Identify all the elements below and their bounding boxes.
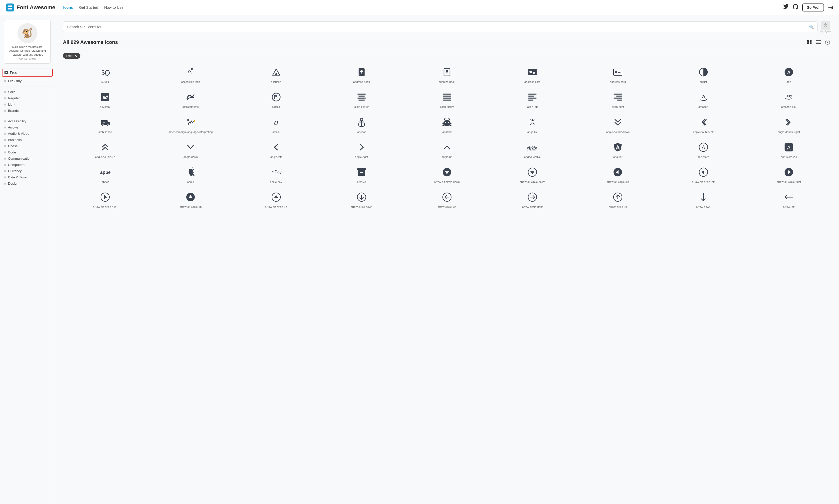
- cat-currency[interactable]: Currency: [0, 168, 55, 174]
- icon-angular[interactable]: angular: [576, 138, 660, 162]
- svg-rect-42: [357, 97, 366, 98]
- icon-algolia[interactable]: algolia: [234, 88, 318, 111]
- icon-amazon-pay[interactable]: pay amazon-pay: [747, 88, 831, 111]
- info-button[interactable]: [824, 39, 831, 46]
- free-filter-badge[interactable]: Free ✕: [63, 53, 81, 59]
- icon-apper[interactable]: apper apper: [63, 163, 147, 187]
- icon-angle-double-down[interactable]: angle-double-down: [576, 113, 660, 137]
- style-solid[interactable]: Solid: [0, 89, 55, 95]
- svg-point-66: [360, 118, 363, 121]
- icon-accessible[interactable]: accessible-icon: [148, 62, 233, 87]
- icon-app-store[interactable]: A app-store: [661, 138, 746, 162]
- svg-line-81: [530, 120, 531, 121]
- style-light[interactable]: Light: [0, 101, 55, 108]
- icon-arrow-alt-circle-up-2-glyph: [272, 192, 281, 203]
- svg-rect-49: [528, 95, 534, 96]
- nav-get-started[interactable]: Get Started: [79, 5, 98, 10]
- icon-apple-pay[interactable]: Pay apple-pay: [234, 163, 318, 187]
- icon-arrow-circle-down-glyph: [357, 192, 366, 203]
- icon-arrow-alt-circle-left-1[interactable]: arrow-alt-circle-left: [576, 163, 660, 187]
- cat-design[interactable]: Design: [0, 180, 55, 187]
- nav-icons[interactable]: Icons: [63, 5, 73, 10]
- cat-chess[interactable]: Chess: [0, 143, 55, 149]
- nav-how-to-use[interactable]: How to Use: [104, 5, 124, 10]
- icon-arrow-alt-circle-right-2[interactable]: arrow-alt-circle-right: [63, 187, 147, 212]
- icon-anchor[interactable]: anchor: [319, 113, 404, 137]
- icon-align-left[interactable]: align-left: [490, 88, 575, 111]
- icon-angle-double-up[interactable]: angle-double-up: [63, 138, 147, 162]
- icon-arrow-down[interactable]: arrow-down: [661, 187, 746, 212]
- icon-arrow-alt-circle-right[interactable]: arrow-alt-circle-right: [747, 163, 831, 187]
- icon-arrow-alt-circle-left-2[interactable]: arrow-alt-circle-left: [661, 163, 746, 187]
- icon-adn[interactable]: A adn: [747, 62, 831, 87]
- icon-arrow-circle-up[interactable]: arrow-circle-up: [576, 187, 660, 212]
- icon-adjust-label: adjust: [700, 80, 707, 84]
- icon-amilia[interactable]: a amilia: [234, 113, 318, 137]
- icon-archive-glyph: [357, 167, 366, 178]
- icon-archive[interactable]: archive: [319, 163, 404, 187]
- icon-affiliatetheme[interactable]: affiliatetheme: [148, 88, 233, 111]
- icon-apple[interactable]: apple: [148, 163, 233, 187]
- icon-arrow-circle-left[interactable]: arrow-circle-left: [405, 187, 489, 212]
- icon-align-justify[interactable]: align-justify: [405, 88, 489, 111]
- icon-arrow-left[interactable]: arrow-left: [747, 187, 831, 212]
- icon-angle-right[interactable]: angle-right: [319, 138, 404, 162]
- cat-computers[interactable]: Computers: [0, 162, 55, 168]
- icon-arrow-alt-circle-down-1[interactable]: arrow-alt-circle-down: [405, 163, 489, 187]
- icons-divider: [63, 49, 831, 49]
- cat-accessibility[interactable]: Accessibility: [0, 118, 55, 124]
- cat-communication[interactable]: Communication: [0, 156, 55, 162]
- computers-label: Computers: [8, 163, 24, 167]
- icon-angle-down[interactable]: angle-down: [148, 138, 233, 162]
- icon-align-center[interactable]: align-center: [319, 88, 404, 111]
- icon-android[interactable]: android: [405, 113, 489, 137]
- icon-address-card-1[interactable]: address-card: [490, 62, 575, 87]
- icon-asl-interpreting[interactable]: ✌ american-sign-language-interpreting: [148, 113, 233, 137]
- cat-audio-video[interactable]: Audio & Video: [0, 130, 55, 137]
- pro-only-filter[interactable]: Pro Only: [0, 77, 55, 85]
- icon-address-card-2[interactable]: address-card: [576, 62, 660, 87]
- icon-ambulance[interactable]: + ambulance: [63, 113, 147, 137]
- icon-angellist[interactable]: angellist: [490, 113, 575, 137]
- cat-date-time[interactable]: Date & Time: [0, 174, 55, 180]
- icon-align-right[interactable]: align-right: [576, 88, 660, 111]
- github-icon[interactable]: [793, 4, 798, 11]
- go-pro-button[interactable]: Go Pro!: [802, 3, 824, 12]
- style-brands[interactable]: Brands: [0, 108, 55, 114]
- icon-angle-up[interactable]: angle-up: [405, 138, 489, 162]
- login-icon[interactable]: ⇥: [828, 4, 833, 11]
- search-input[interactable]: [63, 21, 818, 32]
- search-icon[interactable]: 🔍: [809, 24, 814, 29]
- cat-arrows[interactable]: Arrows: [0, 124, 55, 130]
- list-view-button[interactable]: [815, 39, 822, 46]
- icon-angle-left[interactable]: angle-left: [234, 138, 318, 162]
- remove-filter-icon[interactable]: ✕: [74, 54, 77, 58]
- icon-500px[interactable]: 5 500px: [63, 62, 147, 87]
- icon-angle-double-left[interactable]: angle-double-left: [661, 113, 746, 137]
- icons-title: All 929 Awesome Icons: [63, 39, 118, 45]
- icon-arrow-alt-circle-up-2[interactable]: arrow-alt-circle-up: [234, 187, 318, 212]
- icon-angle-double-right-glyph: [785, 117, 793, 128]
- algolia-badge: ⏱ by algolia: [821, 21, 831, 33]
- icon-adjust[interactable]: adjust: [661, 62, 746, 87]
- icon-accusoft[interactable]: accusoft: [234, 62, 318, 87]
- cat-business[interactable]: Business: [0, 137, 55, 143]
- icon-arrow-alt-circle-down-2[interactable]: arrow-alt-circle-down: [490, 163, 575, 187]
- icon-arrow-alt-circle-up-1[interactable]: arrow-alt-circle-up: [148, 187, 233, 212]
- icon-arrow-circle-right[interactable]: arrow-circle-right: [490, 187, 575, 212]
- icon-adversal[interactable]: ad adversal: [63, 88, 147, 111]
- icon-angrycreative[interactable]: ANGRY CREATIVE angrycreative: [490, 138, 575, 162]
- twitter-icon[interactable]: [783, 4, 789, 11]
- free-filter[interactable]: Free: [2, 69, 53, 77]
- icon-amazon[interactable]: a amazon: [661, 88, 746, 111]
- icon-arrow-circle-down[interactable]: arrow-circle-down: [319, 187, 404, 212]
- icon-arrow-circle-right-glyph: [528, 192, 537, 203]
- icon-address-book-1[interactable]: address-book: [319, 62, 404, 87]
- icon-app-store-ios[interactable]: A app-store-ios: [747, 138, 831, 162]
- cat-code[interactable]: Code: [0, 149, 55, 156]
- icon-address-book-2[interactable]: address-book: [405, 62, 489, 87]
- style-regular[interactable]: Regular: [0, 95, 55, 101]
- icon-angle-double-right[interactable]: angle-double-right: [747, 113, 831, 137]
- grid-view-button[interactable]: [806, 39, 813, 46]
- free-checkbox[interactable]: [4, 71, 8, 74]
